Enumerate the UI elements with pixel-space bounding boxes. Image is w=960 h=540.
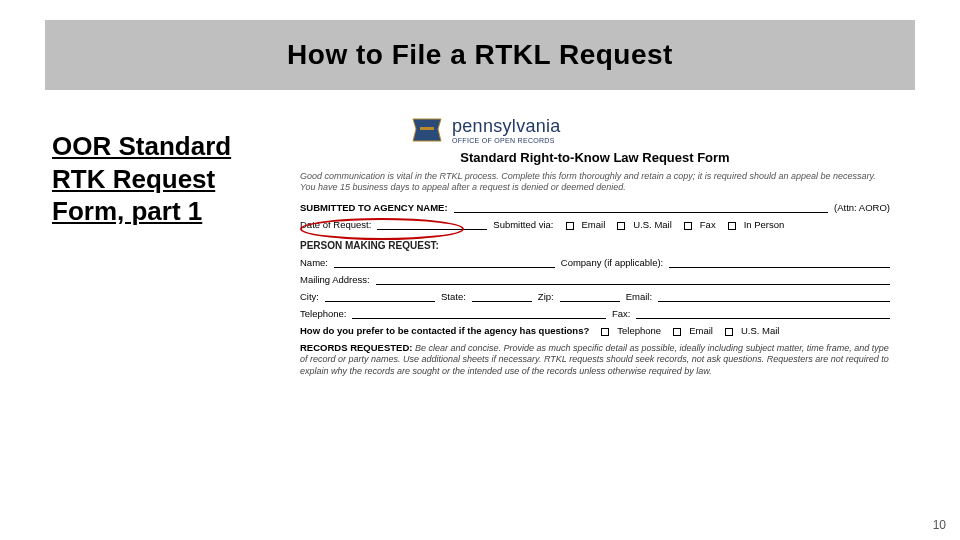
- brand-subtitle: OFFICE OF OPEN RECORDS: [452, 137, 561, 144]
- checkbox-icon: [673, 328, 681, 336]
- opt-fax: Fax: [700, 219, 716, 230]
- row-contact-pref: How do you prefer to be contacted if the…: [300, 325, 890, 336]
- blank-line: [352, 309, 606, 319]
- slide-caption: OOR Standard RTK Request Form, part 1: [52, 130, 262, 228]
- opt-email: Email: [582, 219, 606, 230]
- caption-line-3: Form, part 1: [52, 196, 202, 226]
- form-screenshot: pennsylvania OFFICE OF OPEN RECORDS Stan…: [300, 110, 890, 378]
- checkbox-icon: [684, 222, 692, 230]
- label-zip: Zip:: [538, 291, 554, 302]
- checkbox-icon: [728, 222, 736, 230]
- opt-pref-tel: Telephone: [617, 325, 661, 336]
- label-date: Date of Request:: [300, 219, 371, 230]
- label-submitted-to: SUBMITTED TO AGENCY NAME:: [300, 202, 448, 213]
- checkbox-icon: [601, 328, 609, 336]
- blank-line: [636, 309, 890, 319]
- opt-pref-email: Email: [689, 325, 713, 336]
- opt-mail: U.S. Mail: [633, 219, 672, 230]
- blank-line: [658, 292, 890, 302]
- row-submitted-to: SUBMITTED TO AGENCY NAME: (Attn: AORO): [300, 202, 890, 213]
- checkbox-icon: [725, 328, 733, 336]
- opt-person: In Person: [744, 219, 785, 230]
- row-city-state-zip-email: City: State: Zip: Email:: [300, 291, 890, 302]
- blank-line: [325, 292, 435, 302]
- row-name-company: Name: Company (if applicable):: [300, 257, 890, 268]
- form-title: Standard Right-to-Know Law Request Form: [300, 150, 890, 165]
- label-company: Company (if applicable):: [561, 257, 663, 268]
- checkbox-icon: [617, 222, 625, 230]
- label-email: Email:: [626, 291, 652, 302]
- caption-line-2: RTK Request: [52, 164, 215, 194]
- blank-line: [454, 203, 828, 213]
- label-fax: Fax:: [612, 308, 630, 319]
- label-telephone: Telephone:: [300, 308, 346, 319]
- form-logo-row: pennsylvania OFFICE OF OPEN RECORDS: [410, 116, 890, 144]
- label-city: City:: [300, 291, 319, 302]
- blank-line: [560, 292, 620, 302]
- form-intro: Good communication is vital in the RTKL …: [300, 171, 890, 194]
- title-band: How to File a RTKL Request: [45, 20, 915, 90]
- caption-line-1: OOR Standard: [52, 131, 231, 161]
- attn-label: (Attn: AORO): [834, 202, 890, 213]
- brand-name: pennsylvania: [452, 116, 561, 137]
- label-submitted-via: Submitted via:: [493, 219, 553, 230]
- slide-title: How to File a RTKL Request: [287, 39, 673, 71]
- checkbox-icon: [566, 222, 574, 230]
- keystone-icon: [410, 117, 444, 143]
- label-name: Name:: [300, 257, 328, 268]
- blank-line: [669, 258, 890, 268]
- label-contact-pref: How do you prefer to be contacted if the…: [300, 325, 589, 336]
- label-mailing: Mailing Address:: [300, 274, 370, 285]
- opt-pref-mail: U.S. Mail: [741, 325, 780, 336]
- records-block: RECORDS REQUESTED: Be clear and concise.…: [300, 342, 890, 378]
- label-state: State:: [441, 291, 466, 302]
- heading-person: PERSON MAKING REQUEST:: [300, 240, 890, 251]
- row-tel-fax: Telephone: Fax:: [300, 308, 890, 319]
- blank-line: [376, 275, 890, 285]
- brand-text: pennsylvania OFFICE OF OPEN RECORDS: [452, 116, 561, 144]
- page-number: 10: [933, 518, 946, 532]
- records-heading: RECORDS REQUESTED:: [300, 342, 412, 353]
- blank-line: [472, 292, 532, 302]
- row-mailing: Mailing Address:: [300, 274, 890, 285]
- blank-line: [334, 258, 555, 268]
- svg-rect-0: [420, 127, 434, 130]
- blank-line: [377, 220, 487, 230]
- row-date-via: Date of Request: Submitted via: Email U.…: [300, 219, 890, 230]
